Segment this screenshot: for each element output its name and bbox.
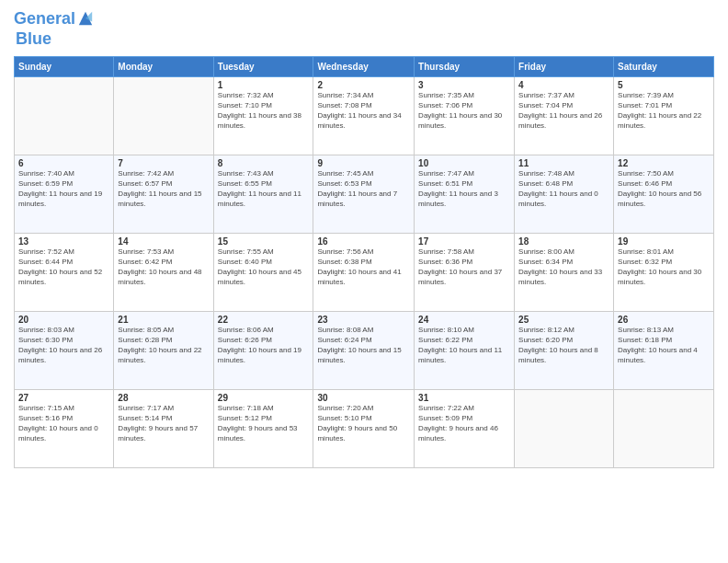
calendar-table: SundayMondayTuesdayWednesdayThursdayFrid… — [14, 56, 714, 468]
calendar-cell — [614, 390, 714, 468]
logo-icon — [77, 10, 94, 27]
day-info: Sunrise: 7:56 AM Sunset: 6:38 PM Dayligh… — [317, 247, 410, 287]
calendar-cell: 27Sunrise: 7:15 AM Sunset: 5:16 PM Dayli… — [15, 390, 114, 468]
calendar-cell: 15Sunrise: 7:55 AM Sunset: 6:40 PM Dayli… — [213, 234, 313, 312]
day-info: Sunrise: 7:17 AM Sunset: 5:14 PM Dayligh… — [118, 404, 209, 443]
weekday-header: Saturday — [614, 57, 714, 77]
day-info: Sunrise: 7:32 AM Sunset: 7:10 PM Dayligh… — [218, 91, 310, 131]
calendar-cell: 17Sunrise: 7:58 AM Sunset: 6:36 PM Dayli… — [415, 234, 515, 312]
day-number: 11 — [518, 158, 609, 168]
weekday-header: Monday — [114, 57, 213, 77]
calendar-cell: 14Sunrise: 7:53 AM Sunset: 6:42 PM Dayli… — [114, 234, 213, 312]
calendar-cell: 2Sunrise: 7:34 AM Sunset: 7:08 PM Daylig… — [313, 77, 415, 155]
calendar-week-row: 6Sunrise: 7:40 AM Sunset: 6:59 PM Daylig… — [15, 155, 714, 234]
calendar-cell: 11Sunrise: 7:48 AM Sunset: 6:48 PM Dayli… — [515, 155, 614, 234]
calendar-week-row: 1Sunrise: 7:32 AM Sunset: 7:10 PM Daylig… — [15, 77, 714, 155]
calendar-cell: 23Sunrise: 8:08 AM Sunset: 6:24 PM Dayli… — [313, 312, 415, 390]
weekday-header: Wednesday — [313, 57, 415, 77]
day-info: Sunrise: 7:18 AM Sunset: 5:12 PM Dayligh… — [218, 404, 310, 443]
day-info: Sunrise: 7:42 AM Sunset: 6:57 PM Dayligh… — [118, 169, 209, 209]
weekday-header: Sunday — [15, 57, 114, 77]
calendar-week-row: 20Sunrise: 8:03 AM Sunset: 6:30 PM Dayli… — [15, 312, 714, 390]
calendar-cell: 31Sunrise: 7:22 AM Sunset: 5:09 PM Dayli… — [415, 390, 515, 468]
day-number: 1 — [218, 80, 310, 90]
day-number: 27 — [18, 393, 109, 403]
day-number: 8 — [218, 158, 310, 168]
day-number: 13 — [18, 236, 109, 247]
calendar-cell: 28Sunrise: 7:17 AM Sunset: 5:14 PM Dayli… — [114, 390, 213, 468]
day-number: 2 — [317, 80, 410, 90]
day-info: Sunrise: 8:05 AM Sunset: 6:28 PM Dayligh… — [118, 326, 209, 365]
day-number: 18 — [518, 236, 609, 247]
calendar-cell: 24Sunrise: 8:10 AM Sunset: 6:22 PM Dayli… — [415, 312, 515, 390]
day-info: Sunrise: 7:47 AM Sunset: 6:51 PM Dayligh… — [418, 169, 510, 209]
calendar-week-row: 27Sunrise: 7:15 AM Sunset: 5:16 PM Dayli… — [15, 390, 714, 468]
page: General Blue SundayMondayTuesdayWednesda… — [0, 0, 728, 563]
day-info: Sunrise: 7:45 AM Sunset: 6:53 PM Dayligh… — [317, 169, 410, 209]
day-info: Sunrise: 7:20 AM Sunset: 5:10 PM Dayligh… — [317, 404, 410, 443]
day-info: Sunrise: 7:39 AM Sunset: 7:01 PM Dayligh… — [618, 91, 710, 131]
header: General Blue — [14, 9, 714, 49]
day-info: Sunrise: 7:48 AM Sunset: 6:48 PM Dayligh… — [518, 169, 609, 209]
day-info: Sunrise: 8:13 AM Sunset: 6:18 PM Dayligh… — [618, 326, 710, 365]
calendar-cell: 18Sunrise: 8:00 AM Sunset: 6:34 PM Dayli… — [515, 234, 614, 312]
day-info: Sunrise: 7:50 AM Sunset: 6:46 PM Dayligh… — [618, 169, 710, 209]
logo-general: General — [14, 9, 75, 28]
day-info: Sunrise: 8:00 AM Sunset: 6:34 PM Dayligh… — [518, 247, 609, 287]
day-number: 28 — [118, 393, 209, 403]
calendar-cell — [515, 390, 614, 468]
day-info: Sunrise: 7:58 AM Sunset: 6:36 PM Dayligh… — [418, 247, 510, 287]
day-number: 30 — [317, 393, 410, 403]
day-info: Sunrise: 7:22 AM Sunset: 5:09 PM Dayligh… — [418, 404, 510, 443]
calendar-cell: 29Sunrise: 7:18 AM Sunset: 5:12 PM Dayli… — [213, 390, 313, 468]
logo-blue: Blue — [16, 29, 51, 50]
day-number: 10 — [418, 158, 510, 168]
day-number: 12 — [618, 158, 710, 168]
day-number: 15 — [218, 236, 310, 247]
day-info: Sunrise: 7:40 AM Sunset: 6:59 PM Dayligh… — [18, 169, 109, 209]
day-info: Sunrise: 8:10 AM Sunset: 6:22 PM Dayligh… — [418, 326, 510, 365]
day-info: Sunrise: 8:01 AM Sunset: 6:32 PM Dayligh… — [618, 247, 710, 287]
day-number: 31 — [418, 393, 510, 403]
calendar-cell: 8Sunrise: 7:43 AM Sunset: 6:55 PM Daylig… — [213, 155, 313, 234]
day-number: 14 — [118, 236, 209, 247]
calendar-header-row: SundayMondayTuesdayWednesdayThursdayFrid… — [15, 57, 714, 77]
day-number: 23 — [317, 315, 410, 325]
day-number: 6 — [18, 158, 109, 168]
logo-text: General — [14, 9, 75, 29]
day-number: 29 — [218, 393, 310, 403]
day-number: 24 — [418, 315, 510, 325]
calendar-cell: 25Sunrise: 8:12 AM Sunset: 6:20 PM Dayli… — [515, 312, 614, 390]
calendar-cell: 20Sunrise: 8:03 AM Sunset: 6:30 PM Dayli… — [15, 312, 114, 390]
day-info: Sunrise: 7:53 AM Sunset: 6:42 PM Dayligh… — [118, 247, 209, 287]
calendar-week-row: 13Sunrise: 7:52 AM Sunset: 6:44 PM Dayli… — [15, 234, 714, 312]
day-number: 26 — [618, 315, 710, 325]
calendar-cell — [114, 77, 213, 155]
day-info: Sunrise: 8:12 AM Sunset: 6:20 PM Dayligh… — [518, 326, 609, 365]
day-number: 21 — [118, 315, 209, 325]
day-info: Sunrise: 7:15 AM Sunset: 5:16 PM Dayligh… — [18, 404, 109, 443]
day-number: 22 — [218, 315, 310, 325]
day-number: 5 — [618, 80, 710, 90]
day-number: 17 — [418, 236, 510, 247]
day-info: Sunrise: 7:52 AM Sunset: 6:44 PM Dayligh… — [18, 247, 109, 287]
calendar-cell: 5Sunrise: 7:39 AM Sunset: 7:01 PM Daylig… — [614, 77, 714, 155]
day-info: Sunrise: 8:06 AM Sunset: 6:26 PM Dayligh… — [218, 326, 310, 365]
day-info: Sunrise: 8:08 AM Sunset: 6:24 PM Dayligh… — [317, 326, 410, 365]
calendar-cell: 1Sunrise: 7:32 AM Sunset: 7:10 PM Daylig… — [213, 77, 313, 155]
calendar-cell: 9Sunrise: 7:45 AM Sunset: 6:53 PM Daylig… — [313, 155, 415, 234]
day-info: Sunrise: 7:43 AM Sunset: 6:55 PM Dayligh… — [218, 169, 310, 209]
day-info: Sunrise: 7:34 AM Sunset: 7:08 PM Dayligh… — [317, 91, 410, 131]
calendar-cell — [15, 77, 114, 155]
calendar-cell: 30Sunrise: 7:20 AM Sunset: 5:10 PM Dayli… — [313, 390, 415, 468]
day-number: 9 — [317, 158, 410, 168]
calendar-cell: 3Sunrise: 7:35 AM Sunset: 7:06 PM Daylig… — [415, 77, 515, 155]
calendar-cell: 13Sunrise: 7:52 AM Sunset: 6:44 PM Dayli… — [15, 234, 114, 312]
day-info: Sunrise: 7:55 AM Sunset: 6:40 PM Dayligh… — [218, 247, 310, 287]
calendar-cell: 7Sunrise: 7:42 AM Sunset: 6:57 PM Daylig… — [114, 155, 213, 234]
calendar-cell: 22Sunrise: 8:06 AM Sunset: 6:26 PM Dayli… — [213, 312, 313, 390]
day-number: 16 — [317, 236, 410, 247]
day-number: 4 — [518, 80, 609, 90]
day-info: Sunrise: 8:03 AM Sunset: 6:30 PM Dayligh… — [18, 326, 109, 365]
day-number: 3 — [418, 80, 510, 90]
